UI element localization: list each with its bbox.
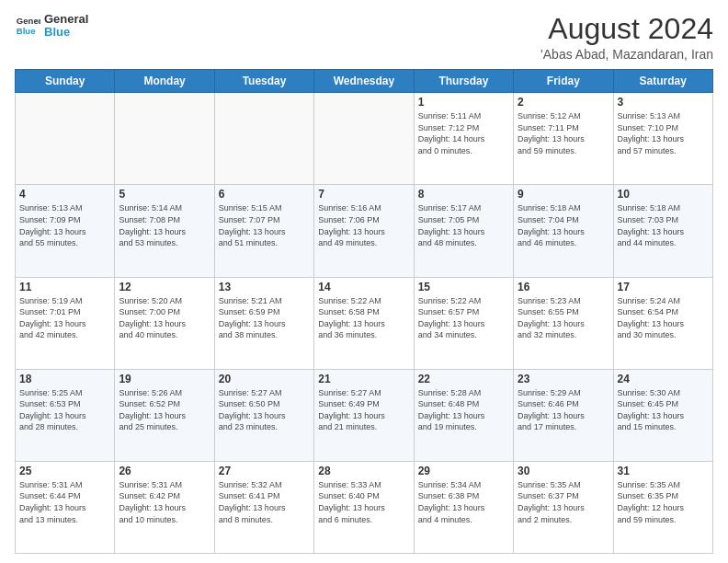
day-number: 16 [518,281,609,293]
day-number: 30 [518,465,609,477]
logo: General Blue General Blue [15,13,88,40]
calendar-cell: 26Sunrise: 5:31 AM Sunset: 6:42 PM Dayli… [115,461,214,553]
calendar-cell: 9Sunrise: 5:18 AM Sunset: 7:04 PM Daylig… [514,185,613,277]
day-info: Sunrise: 5:27 AM Sunset: 6:49 PM Dayligh… [318,387,409,433]
calendar-cell: 3Sunrise: 5:13 AM Sunset: 7:10 PM Daylig… [613,93,712,185]
day-info: Sunrise: 5:23 AM Sunset: 6:55 PM Dayligh… [518,295,609,341]
day-number: 3 [618,96,709,109]
day-info: Sunrise: 5:35 AM Sunset: 6:35 PM Dayligh… [618,479,709,525]
day-number: 18 [19,373,110,385]
weekday-header-row: SundayMondayTuesdayWednesdayThursdayFrid… [16,70,713,93]
day-number: 7 [318,188,409,201]
day-info: Sunrise: 5:18 AM Sunset: 7:04 PM Dayligh… [518,202,609,248]
calendar-cell: 12Sunrise: 5:20 AM Sunset: 7:00 PM Dayli… [115,277,214,369]
calendar-cell: 30Sunrise: 5:35 AM Sunset: 6:37 PM Dayli… [514,461,613,553]
weekday-header-sunday: Sunday [16,70,115,93]
calendar-week-4: 18Sunrise: 5:25 AM Sunset: 6:53 PM Dayli… [16,369,713,461]
day-info: Sunrise: 5:27 AM Sunset: 6:50 PM Dayligh… [219,387,310,433]
calendar-cell: 14Sunrise: 5:22 AM Sunset: 6:58 PM Dayli… [314,277,414,369]
month-year: August 2024 [540,13,713,45]
title-block: August 2024 'Abas Abad, Mazandaran, Iran [540,13,713,62]
day-info: Sunrise: 5:22 AM Sunset: 6:58 PM Dayligh… [318,295,409,341]
day-number: 5 [119,188,210,201]
day-info: Sunrise: 5:31 AM Sunset: 6:44 PM Dayligh… [19,479,110,525]
calendar-cell: 31Sunrise: 5:35 AM Sunset: 6:35 PM Dayli… [613,461,712,553]
day-info: Sunrise: 5:31 AM Sunset: 6:42 PM Dayligh… [119,479,210,525]
calendar-cell: 2Sunrise: 5:12 AM Sunset: 7:11 PM Daylig… [514,93,613,185]
day-info: Sunrise: 5:28 AM Sunset: 6:48 PM Dayligh… [418,387,509,433]
weekday-header-friday: Friday [514,70,613,93]
calendar-cell: 5Sunrise: 5:14 AM Sunset: 7:08 PM Daylig… [115,185,214,277]
day-number: 20 [219,373,310,385]
calendar-cell: 24Sunrise: 5:30 AM Sunset: 6:45 PM Dayli… [613,369,712,461]
day-info: Sunrise: 5:25 AM Sunset: 6:53 PM Dayligh… [19,387,110,433]
weekday-header-monday: Monday [115,70,214,93]
calendar-cell: 27Sunrise: 5:32 AM Sunset: 6:41 PM Dayli… [214,461,313,553]
day-number: 13 [219,281,310,293]
day-number: 23 [518,373,609,385]
day-number: 2 [518,96,609,109]
logo-icon: General Blue [15,13,40,39]
day-number: 14 [318,281,409,293]
location: 'Abas Abad, Mazandaran, Iran [540,47,713,62]
day-number: 11 [19,281,110,293]
calendar-cell: 1Sunrise: 5:11 AM Sunset: 7:12 PM Daylig… [414,93,513,185]
calendar-cell: 13Sunrise: 5:21 AM Sunset: 6:59 PM Dayli… [214,277,313,369]
calendar-cell: 7Sunrise: 5:16 AM Sunset: 7:06 PM Daylig… [314,185,414,277]
day-info: Sunrise: 5:30 AM Sunset: 6:45 PM Dayligh… [618,387,709,433]
day-info: Sunrise: 5:17 AM Sunset: 7:05 PM Dayligh… [418,202,509,248]
day-info: Sunrise: 5:20 AM Sunset: 7:00 PM Dayligh… [119,295,210,341]
calendar-cell: 18Sunrise: 5:25 AM Sunset: 6:53 PM Dayli… [16,369,115,461]
calendar-cell [115,93,214,185]
day-number: 19 [119,373,210,385]
day-info: Sunrise: 5:35 AM Sunset: 6:37 PM Dayligh… [518,479,609,525]
day-number: 17 [618,281,709,293]
day-number: 6 [219,188,310,201]
day-info: Sunrise: 5:19 AM Sunset: 7:01 PM Dayligh… [19,295,110,341]
calendar-cell: 16Sunrise: 5:23 AM Sunset: 6:55 PM Dayli… [514,277,613,369]
calendar-cell [214,93,313,185]
weekday-header-tuesday: Tuesday [214,70,313,93]
day-number: 31 [618,465,709,477]
day-number: 15 [418,281,509,293]
day-info: Sunrise: 5:34 AM Sunset: 6:38 PM Dayligh… [418,479,509,525]
day-info: Sunrise: 5:22 AM Sunset: 6:57 PM Dayligh… [418,295,509,341]
logo-text: General Blue [44,13,88,40]
day-info: Sunrise: 5:16 AM Sunset: 7:06 PM Dayligh… [318,202,409,248]
calendar-body: 1Sunrise: 5:11 AM Sunset: 7:12 PM Daylig… [16,93,713,554]
calendar-cell: 23Sunrise: 5:29 AM Sunset: 6:46 PM Dayli… [514,369,613,461]
calendar-cell: 25Sunrise: 5:31 AM Sunset: 6:44 PM Dayli… [16,461,115,553]
day-info: Sunrise: 5:11 AM Sunset: 7:12 PM Dayligh… [418,110,509,156]
calendar-cell: 22Sunrise: 5:28 AM Sunset: 6:48 PM Dayli… [414,369,513,461]
calendar-cell: 4Sunrise: 5:13 AM Sunset: 7:09 PM Daylig… [16,185,115,277]
day-number: 25 [19,465,110,477]
day-number: 22 [418,373,509,385]
calendar-week-5: 25Sunrise: 5:31 AM Sunset: 6:44 PM Dayli… [16,461,713,553]
day-number: 4 [19,188,110,201]
day-info: Sunrise: 5:26 AM Sunset: 6:52 PM Dayligh… [119,387,210,433]
calendar-cell [314,93,414,185]
day-info: Sunrise: 5:21 AM Sunset: 6:59 PM Dayligh… [219,295,310,341]
calendar-cell: 11Sunrise: 5:19 AM Sunset: 7:01 PM Dayli… [16,277,115,369]
day-number: 1 [418,96,509,109]
day-number: 8 [418,188,509,201]
page: General Blue General Blue August 2024 'A… [0,0,728,563]
day-info: Sunrise: 5:18 AM Sunset: 7:03 PM Dayligh… [618,202,709,248]
calendar-cell: 29Sunrise: 5:34 AM Sunset: 6:38 PM Dayli… [414,461,513,553]
weekday-header-thursday: Thursday [414,70,513,93]
day-info: Sunrise: 5:24 AM Sunset: 6:54 PM Dayligh… [618,295,709,341]
calendar-table: SundayMondayTuesdayWednesdayThursdayFrid… [15,69,713,554]
calendar-cell: 20Sunrise: 5:27 AM Sunset: 6:50 PM Dayli… [214,369,313,461]
day-info: Sunrise: 5:13 AM Sunset: 7:10 PM Dayligh… [618,110,709,156]
header: General Blue General Blue August 2024 'A… [15,13,713,62]
day-number: 26 [119,465,210,477]
calendar-week-2: 4Sunrise: 5:13 AM Sunset: 7:09 PM Daylig… [16,185,713,277]
calendar-cell: 10Sunrise: 5:18 AM Sunset: 7:03 PM Dayli… [613,185,712,277]
calendar-cell: 6Sunrise: 5:15 AM Sunset: 7:07 PM Daylig… [214,185,313,277]
day-info: Sunrise: 5:12 AM Sunset: 7:11 PM Dayligh… [518,110,609,156]
calendar-cell: 21Sunrise: 5:27 AM Sunset: 6:49 PM Dayli… [314,369,414,461]
day-info: Sunrise: 5:29 AM Sunset: 6:46 PM Dayligh… [518,387,609,433]
day-number: 27 [219,465,310,477]
day-info: Sunrise: 5:33 AM Sunset: 6:40 PM Dayligh… [318,479,409,525]
calendar-cell: 17Sunrise: 5:24 AM Sunset: 6:54 PM Dayli… [613,277,712,369]
